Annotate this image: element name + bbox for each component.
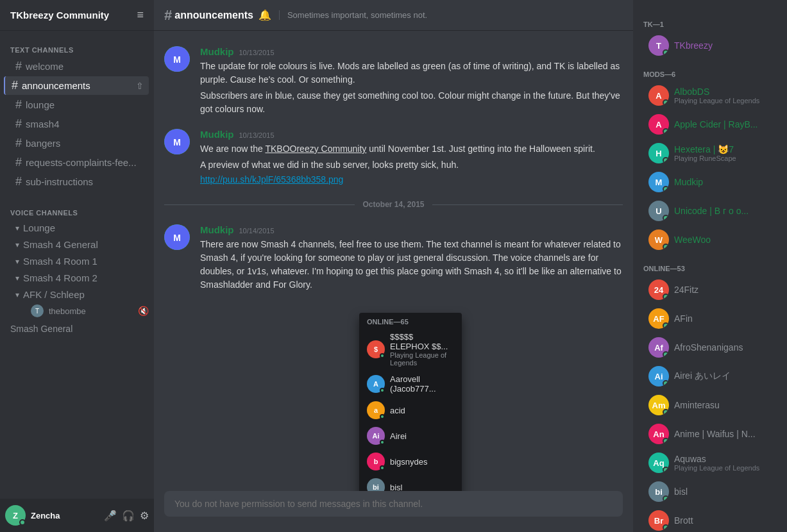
message-group: M Mudkip 10/13/2015 We are now the TKBOO… (154, 124, 633, 190)
server-header[interactable]: TKbreezy Community ≡ (0, 0, 154, 31)
message-link[interactable]: http://puu.sh/kJplF/65368bb358.png (200, 174, 623, 185)
member-item-unicode[interactable]: U Unicode | В г о о... (638, 197, 782, 225)
smash-general-label: Smash General (0, 319, 154, 337)
upload-icon: ⇧ (136, 81, 144, 91)
microphone-icon[interactable]: 🎤 (104, 510, 117, 522)
channel-item-bangers[interactable]: # bangers (5, 134, 149, 153)
voice-channel-smash4general[interactable]: ▾ Smash 4 General (5, 237, 149, 253)
member-game: Playing League of Legends (674, 97, 759, 104)
member-info: Brott (674, 515, 693, 526)
member-name: WeeWoo (674, 235, 711, 245)
online-members-popup[interactable]: ONLINE—65 $ $$$$$ ELEPHOX $$... Playing … (359, 313, 462, 491)
list-item[interactable]: bi bisl (359, 474, 462, 491)
link[interactable]: http://puu.sh/kJplF/65368bb358.png (200, 174, 343, 185)
member-info: bigsnydes (390, 457, 428, 467)
voice-channel-lounge[interactable]: ▾ Lounge (5, 220, 149, 236)
message-author: Mudkip (200, 46, 234, 57)
member-name: Aminterasu (674, 400, 720, 410)
channel-item-requests[interactable]: # requests-complaints-fee... (5, 153, 149, 172)
list-item[interactable]: $ $$$$$ ELEPHOX $$... Playing League of … (359, 328, 462, 370)
member-info: acid (390, 406, 405, 415)
message-content: Mudkip 10/13/2015 The update for role co… (200, 46, 623, 116)
voice-channel-smash4room2[interactable]: ▾ Smash 4 Room 2 (5, 270, 149, 286)
member-item-applecider[interactable]: A Apple Cider | RayB... (638, 110, 782, 138)
svg-text:M: M (173, 233, 181, 243)
user-info: Zencha (31, 511, 104, 520)
voice-channel-smash4room1[interactable]: ▾ Smash 4 Room 1 (5, 253, 149, 269)
chevron-down-icon: ▾ (15, 274, 19, 283)
member-item-tkbreezy[interactable]: T TKbreezy (638, 31, 782, 60)
member-item-weewoo[interactable]: W WeeWoo (638, 226, 782, 254)
avatar: T (31, 304, 44, 317)
avatar: A (648, 114, 669, 135)
member-info: Aquwas Playing League of Legends (674, 454, 759, 472)
headset-icon[interactable]: 🎧 (122, 510, 135, 522)
message-timestamp: 10/14/2015 (239, 227, 275, 235)
mute-icon: 🔇 (138, 306, 149, 316)
member-info: $$$$$ ELEPHOX $$... Playing League of Le… (390, 332, 454, 367)
status-dot (663, 49, 669, 56)
member-name: Airei あいレイ (674, 370, 731, 382)
member-item-hexetera[interactable]: H Hexetera | 😺7 Playing RuneScape (638, 139, 782, 167)
channel-header-name: announcements (174, 10, 253, 21)
member-name: bigsnydes (390, 457, 428, 467)
channel-item-sub-instructions[interactable]: # sub-instructions (5, 172, 149, 191)
channel-item-announcements[interactable]: # announcements ⇧ (4, 76, 149, 95)
member-item-anime[interactable]: An Anime | Waifus | N... (638, 420, 782, 448)
member-item-brott[interactable]: Br Brott (638, 506, 782, 532)
status-dot (19, 519, 26, 526)
user-actions: 🎤 🎧 ⚙ (104, 510, 149, 522)
member-name: Aarovell (Jacob777... (390, 374, 454, 394)
member-item-mudkip[interactable]: M Mudkip (638, 168, 782, 196)
status-dot (380, 353, 385, 358)
message-header: Mudkip 10/14/2015 (200, 224, 623, 235)
message-input-container (154, 491, 633, 532)
avatar: Af (648, 337, 669, 358)
member-item-bisl[interactable]: bi bisl (638, 478, 782, 506)
status-dot (380, 440, 385, 445)
member-info: WeeWoo (674, 235, 711, 245)
channel-item-lounge[interactable]: # lounge (5, 96, 149, 114)
status-dot (663, 215, 669, 221)
avatar: Aq (648, 453, 669, 473)
list-item[interactable]: A Aarovell (Jacob777... (359, 370, 462, 397)
avatar: Ai (367, 427, 385, 445)
voice-channel-afk[interactable]: ▾ AFK / Schleep (5, 287, 149, 303)
member-item-aquwas[interactable]: Aq Aquwas Playing League of Legends (638, 449, 782, 477)
status-dot (380, 388, 385, 393)
channel-item-smash4[interactable]: # smash4 (5, 115, 149, 133)
member-name: Airei (390, 431, 407, 441)
list-item[interactable]: a acid (359, 397, 462, 423)
member-name: TKbreezy (674, 40, 713, 51)
voice-user-thebombe: T thebombe 🔇 (0, 303, 154, 319)
settings-icon[interactable]: ⚙ (140, 510, 149, 522)
list-item[interactable]: Ai Airei (359, 423, 462, 449)
member-item-afroshenanigans[interactable]: Af AfroShenanigans (638, 333, 782, 362)
message-input[interactable] (164, 491, 623, 517)
channel-item-welcome[interactable]: # welcome (5, 57, 149, 76)
list-item[interactable]: b bigsnydes (359, 449, 462, 474)
channel-name: bangers (26, 138, 60, 149)
member-item-aminterasu[interactable]: Am Aminterasu (638, 391, 782, 419)
member-name: AlbobDS (674, 87, 759, 97)
channel-name: requests-complaints-fee... (26, 157, 137, 168)
channel-name: welcome (26, 61, 63, 72)
message-group: M Mudkip 10/14/2015 There are now Smash … (154, 219, 633, 297)
channel-hash-icon: # (15, 175, 22, 188)
tk-section-header: TK—1 (633, 10, 787, 31)
avatar: bi (367, 478, 385, 491)
channel-name: smash4 (26, 119, 60, 129)
message-author: Mudkip (200, 224, 234, 235)
member-info: Mudkip (674, 177, 703, 187)
online-count-header: ONLINE—65 (359, 313, 462, 328)
member-item-albobds[interactable]: A AlbobDS Playing League of Legends (638, 81, 782, 110)
bell-icon[interactable]: 🔔 (258, 9, 271, 21)
member-item-24fitz[interactable]: 24 24Fitz (638, 276, 782, 304)
member-info: Airei (390, 431, 407, 441)
member-item-airei[interactable]: Ai Airei あいレイ (638, 362, 782, 390)
channel-hash-icon: # (164, 7, 172, 24)
voice-channels-header: Voice Channels (0, 199, 154, 219)
members-sidebar: TK—1 T TKbreezy MODS—6 A AlbobDS Playing… (633, 0, 787, 532)
hamburger-icon[interactable]: ≡ (137, 8, 144, 22)
member-item-afin[interactable]: AF AFin (638, 304, 782, 333)
